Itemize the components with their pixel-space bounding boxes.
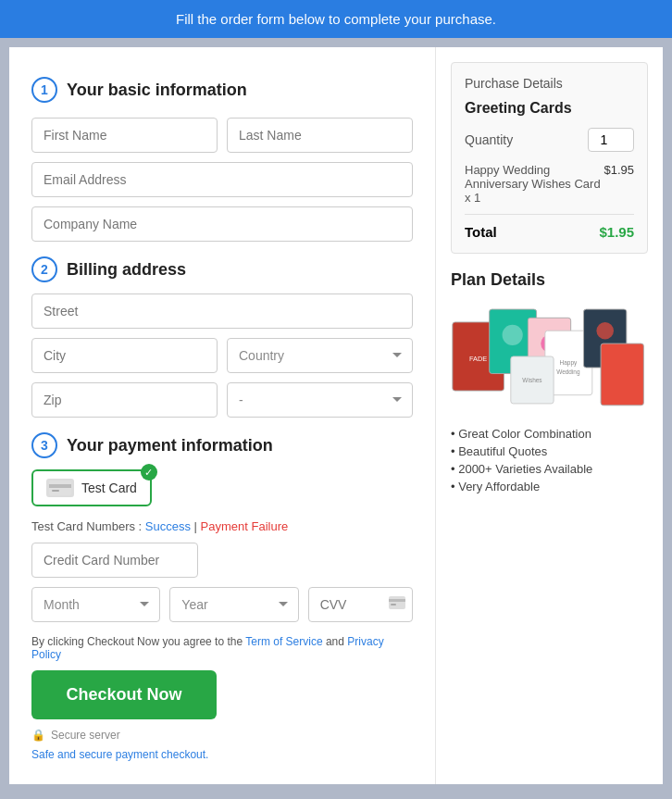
purchase-details-box: Purchase Details Greeting Cards Quantity… bbox=[451, 62, 648, 254]
total-amount: $1.95 bbox=[599, 224, 634, 240]
section2-number: 2 bbox=[31, 256, 57, 282]
month-select[interactable]: Month 010203 040506 070809 101112 bbox=[31, 587, 160, 622]
state-select[interactable]: - bbox=[227, 382, 413, 418]
email-input[interactable] bbox=[31, 162, 413, 197]
card-option[interactable]: Test Card ✓ bbox=[31, 469, 152, 506]
plan-details-section: Plan Details FADE bbox=[451, 270, 648, 495]
plan-image-collage: FADE Happy Wedding bbox=[451, 301, 648, 412]
purchase-details-title: Purchase Details bbox=[465, 76, 634, 91]
svg-rect-2 bbox=[52, 490, 59, 492]
company-row bbox=[31, 206, 413, 242]
test-card-info: Test Card Numbers : Success | Payment Fa… bbox=[31, 519, 413, 533]
svg-point-11 bbox=[503, 325, 523, 345]
section3-header: 3 Your payment information bbox=[31, 432, 413, 458]
svg-text:Happy: Happy bbox=[560, 359, 578, 367]
zip-input[interactable] bbox=[31, 382, 218, 418]
terms-of-service-link[interactable]: Term of Service bbox=[245, 635, 322, 648]
test-card-label: Test Card Numbers : bbox=[31, 519, 145, 533]
failure-link[interactable]: Payment Failure bbox=[201, 519, 289, 533]
svg-rect-3 bbox=[389, 596, 405, 609]
svg-rect-22 bbox=[601, 343, 643, 406]
svg-text:FADE: FADE bbox=[469, 355, 487, 363]
terms-text: By clicking Checkout Now you agree to th… bbox=[31, 635, 413, 661]
svg-text:Wedding: Wedding bbox=[556, 368, 580, 376]
qty-row: Quantity bbox=[465, 128, 634, 152]
country-select[interactable]: Country United States United Kingdom Can… bbox=[227, 338, 413, 373]
qty-input[interactable] bbox=[588, 128, 634, 152]
card-number-row bbox=[31, 543, 413, 578]
main-content: 1 Your basic information 2 Billing addre… bbox=[9, 47, 663, 784]
zip-state-row: - bbox=[31, 382, 413, 418]
cvv-card-icon bbox=[389, 596, 405, 613]
card-label: Test Card bbox=[81, 481, 137, 495]
banner-text: Fill the order form below to complete yo… bbox=[176, 11, 496, 27]
right-panel: Purchase Details Greeting Cards Quantity… bbox=[436, 47, 663, 784]
city-input[interactable] bbox=[31, 338, 218, 373]
section1-number: 1 bbox=[31, 77, 57, 103]
feature-2: Beautiful Quotes bbox=[451, 443, 648, 460]
product-price: $1.95 bbox=[604, 163, 634, 205]
section2-header: 2 Billing address bbox=[31, 256, 413, 282]
total-label: Total bbox=[465, 224, 497, 240]
product-name: Happy Wedding Anniversary Wishes Card x … bbox=[465, 163, 604, 205]
feature-3: 2000+ Varieties Available bbox=[451, 460, 648, 478]
svg-text:Wishes: Wishes bbox=[522, 377, 541, 383]
year-select[interactable]: Year 202420252026 202720282029 bbox=[169, 587, 298, 622]
section1-header: 1 Your basic information bbox=[31, 77, 413, 103]
terms-text2: and bbox=[326, 635, 347, 648]
section1-title: Your basic information bbox=[67, 81, 247, 100]
card-check-icon: ✓ bbox=[141, 464, 157, 481]
street-input[interactable] bbox=[31, 293, 413, 329]
top-banner: Fill the order form below to complete yo… bbox=[0, 0, 672, 38]
email-row bbox=[31, 162, 413, 197]
left-panel: 1 Your basic information 2 Billing addre… bbox=[9, 47, 436, 784]
success-link[interactable]: Success bbox=[145, 519, 191, 533]
plan-features: Great Color Combination Beautiful Quotes… bbox=[451, 425, 648, 495]
terms-text1: By clicking Checkout Now you agree to th… bbox=[31, 635, 245, 648]
city-country-row: Country United States United Kingdom Can… bbox=[31, 338, 413, 373]
product-title: Greeting Cards bbox=[465, 100, 634, 117]
section3-number: 3 bbox=[31, 432, 57, 458]
checkout-button[interactable]: Checkout Now bbox=[31, 670, 217, 719]
svg-rect-4 bbox=[389, 599, 405, 602]
svg-point-21 bbox=[596, 322, 614, 340]
secure-row: 🔒 Secure server bbox=[31, 729, 413, 742]
cvv-wrap bbox=[308, 587, 413, 622]
lock-icon: 🔒 bbox=[31, 729, 45, 742]
feature-4: Very Affordable bbox=[451, 478, 648, 495]
section3-title: Your payment information bbox=[67, 436, 273, 456]
svg-rect-5 bbox=[391, 604, 396, 605]
card-number-input[interactable] bbox=[31, 543, 198, 578]
last-name-input[interactable] bbox=[227, 118, 413, 153]
company-input[interactable] bbox=[31, 206, 413, 242]
total-row: Total $1.95 bbox=[465, 224, 634, 240]
qty-label: Quantity bbox=[465, 132, 513, 147]
secure-label: Secure server bbox=[51, 729, 120, 742]
card-icon bbox=[46, 479, 74, 497]
secure-checkout-link[interactable]: Safe and secure payment checkout. bbox=[31, 748, 208, 761]
plan-details-title: Plan Details bbox=[451, 270, 648, 290]
name-row bbox=[31, 118, 413, 153]
feature-1: Great Color Combination bbox=[451, 425, 648, 443]
first-name-input[interactable] bbox=[31, 118, 218, 153]
cvv-row: Month 010203 040506 070809 101112 Year 2… bbox=[31, 587, 413, 622]
product-row: Happy Wedding Anniversary Wishes Card x … bbox=[465, 163, 634, 215]
svg-rect-1 bbox=[49, 484, 71, 488]
section2-title: Billing address bbox=[67, 260, 186, 280]
street-row bbox=[31, 293, 413, 329]
